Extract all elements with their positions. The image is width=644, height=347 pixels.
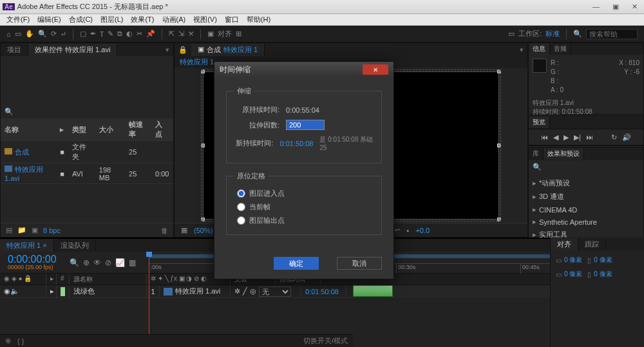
clone-tool-icon[interactable]: ⧉ xyxy=(117,30,122,38)
tab-effect-controls[interactable]: 效果控件 特效应用 1.avi xyxy=(28,44,117,56)
roto-tool-icon[interactable]: ✂ xyxy=(137,30,142,38)
switch-icon[interactable]: ✲ xyxy=(234,287,240,295)
menu-file[interactable]: 文件(F) xyxy=(4,15,32,24)
tl-toggle-icon[interactable]: ⊕ xyxy=(5,337,11,345)
axis-tool3-icon[interactable]: ⤧ xyxy=(188,30,194,38)
snap-sub-icon[interactable]: ⊞ xyxy=(236,30,242,38)
brush-tool-icon[interactable]: ✎ xyxy=(108,30,113,38)
new-folder-icon[interactable]: 📁 xyxy=(17,226,26,234)
project-row[interactable]: 特效应用 1.avi ■ AVI 198 MB 25 0:00 xyxy=(1,164,173,184)
exposure-value[interactable]: +0.0 xyxy=(415,227,430,234)
fast-icon[interactable]: ⤺ xyxy=(395,226,401,234)
layer-row[interactable]: ◉ 🔈 ▸ 浅绿色 1 特效应用 1.avi ✲ ╱ ◎ 无 0:01:50:0… xyxy=(0,285,353,298)
speaker-icon[interactable]: 🔈 xyxy=(10,287,19,295)
tab-effects[interactable]: 效果和预设 xyxy=(544,148,584,160)
close-window-button[interactable]: ✕ xyxy=(628,3,641,11)
preview-next-icon[interactable]: ▶| xyxy=(574,133,581,142)
preview-loop-icon[interactable]: ↻ xyxy=(611,133,617,142)
align-h-icon[interactable]: ▭ xyxy=(556,257,562,264)
menu-comp[interactable]: 合成(C) xyxy=(66,15,95,24)
grid-icon[interactable]: ▦ xyxy=(181,226,187,234)
menu-view[interactable]: 视图(V) xyxy=(191,15,220,24)
menu-anim[interactable]: 动画(A) xyxy=(160,15,189,24)
col-type[interactable]: 类型 xyxy=(68,118,95,141)
axis-tool-icon[interactable]: ⇱ xyxy=(169,30,175,38)
preview-play-icon[interactable]: ▶ xyxy=(564,133,569,142)
preview-last-icon[interactable]: ⏭ xyxy=(586,133,593,141)
fx-category[interactable]: Synthetic Aperture xyxy=(533,216,639,228)
tab-composition[interactable]: ▣合成 特效应用 1 xyxy=(191,44,265,56)
switches-modes-toggle[interactable]: 切换开关/模式 xyxy=(303,336,348,346)
radio-layer-in[interactable]: 图层进入点 xyxy=(237,189,374,198)
playhead[interactable] xyxy=(149,252,149,348)
col-index[interactable]: # xyxy=(57,274,70,285)
rotate-tool-icon[interactable]: ⤾ xyxy=(61,30,66,38)
align-h2-icon[interactable]: ▭ xyxy=(556,271,562,278)
new-comp-icon[interactable]: ▣ xyxy=(32,226,38,234)
fx-category[interactable]: 3D 通道 xyxy=(533,190,639,203)
tab-audio[interactable]: 音频 xyxy=(550,43,571,55)
zoom-tool-icon[interactable]: 🔍 xyxy=(38,30,47,38)
search-help-input[interactable] xyxy=(586,29,638,39)
layer-clip[interactable] xyxy=(353,285,393,297)
stretch-factor-input[interactable] xyxy=(286,120,325,130)
menu-edit[interactable]: 编辑(E) xyxy=(35,15,64,24)
col-in[interactable]: 入点 xyxy=(151,118,173,141)
axis-tool2-icon[interactable]: ⇲ xyxy=(178,30,184,38)
pen-tool-icon[interactable]: ✒ xyxy=(90,30,96,38)
fx-category[interactable]: CINEMA 4D xyxy=(533,203,639,216)
tab-render-queue[interactable]: 渲染队列 xyxy=(54,239,96,252)
dialog-close-button[interactable]: ✕ xyxy=(363,64,388,75)
panel-menu-icon[interactable]: ▾ xyxy=(516,46,527,54)
trash-icon[interactable]: 🗑 xyxy=(161,227,168,234)
pixel-icon[interactable]: ▪ xyxy=(407,227,410,234)
new-duration-value[interactable]: 0:01:50:08 xyxy=(279,140,313,147)
text-tool-icon[interactable]: T xyxy=(100,30,104,38)
col-name[interactable]: 名称 xyxy=(1,118,56,141)
preview-first-icon[interactable]: ⏮ xyxy=(541,133,548,141)
tab-library[interactable]: 库 xyxy=(529,148,544,160)
monitor-icon[interactable]: ▭ xyxy=(508,30,515,38)
col-fps[interactable]: 帧速率 xyxy=(125,118,151,141)
fx-category[interactable]: *动画预设 xyxy=(533,176,639,190)
tab-preview[interactable]: 预览 xyxy=(529,117,550,128)
tl-search-icon[interactable]: 🔍 xyxy=(70,258,79,267)
tl-braces-icon[interactable]: { } xyxy=(17,337,24,345)
tl-shy-icon[interactable]: 👁 xyxy=(93,258,101,267)
tab-align[interactable]: 对齐 xyxy=(551,238,578,250)
maximize-button[interactable]: ▣ xyxy=(609,3,623,11)
cancel-button[interactable]: 取消 xyxy=(337,257,382,270)
layer-color-chip[interactable] xyxy=(61,287,65,296)
parent-select[interactable]: 无 xyxy=(259,286,291,297)
zoom-value[interactable]: (50%) xyxy=(194,227,213,234)
tl-graph-icon[interactable]: 📈 xyxy=(115,258,125,267)
current-timecode[interactable]: 0:00:00:00 00000 (25.00 fps) xyxy=(0,254,64,270)
preview-mute-icon[interactable]: 🔊 xyxy=(622,133,631,142)
panel-menu-icon[interactable]: ▾ xyxy=(162,46,173,54)
radio-current-frame[interactable]: 当前帧 xyxy=(237,202,374,212)
preview-prev-icon[interactable]: ◀ xyxy=(553,133,558,142)
layer-duration[interactable]: 0:01:50:08 xyxy=(301,285,346,297)
minimize-button[interactable]: — xyxy=(589,3,603,11)
align-v2-icon[interactable]: ▯ xyxy=(587,271,591,278)
tab-timeline-comp[interactable]: 特效应用 1 × xyxy=(0,239,54,252)
menu-effect[interactable]: 效果(T) xyxy=(128,15,156,24)
orbit-tool-icon[interactable]: ⟳ xyxy=(51,30,57,38)
snap-icon[interactable]: ▣ xyxy=(207,30,214,38)
radio-layer-out[interactable]: 图层输出点 xyxy=(237,216,374,225)
rect-tool-icon[interactable]: ▢ xyxy=(80,30,86,38)
pickwhip-icon[interactable]: ◎ xyxy=(250,287,256,295)
effects-search-icon[interactable]: 🔍 xyxy=(533,163,542,171)
ok-button[interactable]: 确定 xyxy=(274,257,319,270)
tl-snap-icon[interactable]: ⊕ xyxy=(83,258,90,267)
eraser-tool-icon[interactable]: ◐ xyxy=(126,30,133,38)
col-size[interactable]: 大小 xyxy=(95,118,125,141)
bpc-setting[interactable]: 8 bpc xyxy=(43,227,61,234)
menu-window[interactable]: 窗口 xyxy=(222,15,242,24)
interpret-icon[interactable]: ▤ xyxy=(6,226,12,234)
eye-icon[interactable]: ◉ xyxy=(4,287,10,295)
workspace-value[interactable]: 标准 xyxy=(545,29,560,39)
tl-blur-icon[interactable]: ⊘ xyxy=(105,258,111,267)
project-row[interactable]: 合成 ■ 文件夹 25 xyxy=(1,141,173,164)
col-source[interactable]: 源名称 xyxy=(70,274,147,285)
